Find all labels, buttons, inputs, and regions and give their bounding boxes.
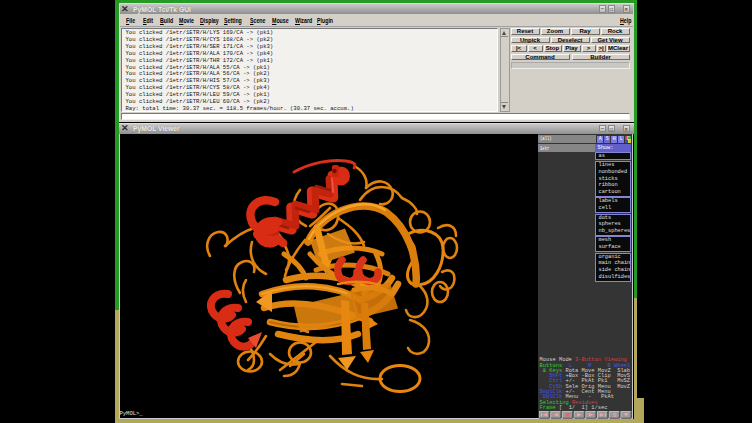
svg-text:S: S — [613, 411, 617, 417]
